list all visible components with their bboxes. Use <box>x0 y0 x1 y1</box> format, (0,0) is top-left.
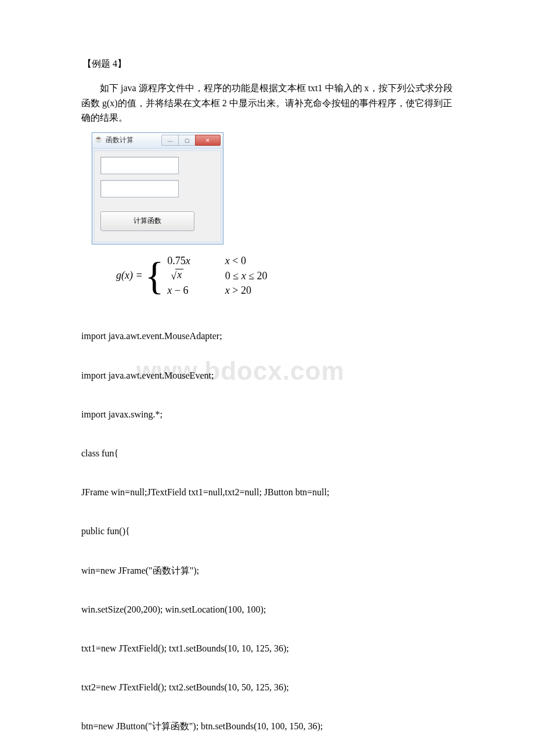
window-frame: 函数计算 — ▢ ✕ 计算函数 <box>92 132 223 244</box>
txt1-input[interactable] <box>100 157 179 174</box>
case1-var: x <box>186 255 190 267</box>
cond3: x > 20 <box>225 283 268 297</box>
case3-minus: − 6 <box>172 285 188 296</box>
code-l4: class fun{ <box>81 444 453 463</box>
cond1: x < 0 <box>225 254 268 268</box>
piecewise-formula: g(x) = { 0.75x √ x x − 6 x < 0 0 ≤ x <box>116 254 453 298</box>
cond2: 0 ≤ x ≤ 20 <box>225 269 268 283</box>
formula-left: g(x) = <box>116 269 145 282</box>
code-l6: public fun(){ <box>81 521 453 541</box>
code-l1: import java.awt.event.MouseAdapter; <box>81 326 453 346</box>
maximize-button[interactable]: ▢ <box>178 135 196 146</box>
minimize-button[interactable]: — <box>161 135 179 146</box>
case1-coeff: 0.75 <box>167 255 186 267</box>
code-l7: win=new JFrame("函数计算"); <box>81 561 453 581</box>
code-l11: btn=new JButton("计算函数"); btn.setBounds(1… <box>81 717 453 736</box>
window-titlebar: 函数计算 — ▢ ✕ <box>92 133 223 149</box>
code-l2: import java.awt.event.MouseEvent; <box>81 366 453 386</box>
code-l10: txt2=new JTextField(); txt2.setBounds(10… <box>81 678 453 697</box>
sqrt-arg: x <box>175 269 183 280</box>
formula-expressions: 0.75x √ x x − 6 <box>167 254 225 298</box>
window-title-text: 函数计算 <box>106 135 162 145</box>
window-inner-panel: 计算函数 <box>94 150 221 242</box>
swing-window-screenshot: 函数计算 — ▢ ✕ 计算函数 <box>92 132 453 244</box>
example-title: 【例题 4】 <box>82 58 453 70</box>
txt2-input[interactable] <box>100 180 179 197</box>
window-button-group: — ▢ ✕ <box>162 135 221 146</box>
close-button[interactable]: ✕ <box>195 135 221 146</box>
code-l3: import javax.swing.*; <box>81 405 453 424</box>
formula-conditions: x < 0 0 ≤ x ≤ 20 x > 20 <box>225 254 268 298</box>
code-l8: win.setSize(200,200); win.setLocation(10… <box>81 600 453 620</box>
java-icon <box>95 136 103 145</box>
code-l5: JFrame win=null;JTextField txt1=null,txt… <box>81 483 453 502</box>
left-brace: { <box>145 256 168 296</box>
problem-paragraph: 如下 java 源程序文件中，程序的功能是根据文本框 txt1 中输入的 x，按… <box>81 81 453 125</box>
sqrt-expression: √ x <box>171 269 183 283</box>
source-code: import java.awt.event.MouseAdapter; impo… <box>81 307 453 756</box>
calculate-button[interactable]: 计算函数 <box>100 211 194 231</box>
code-l9: txt1=new JTextField(); txt1.setBounds(10… <box>81 639 453 658</box>
